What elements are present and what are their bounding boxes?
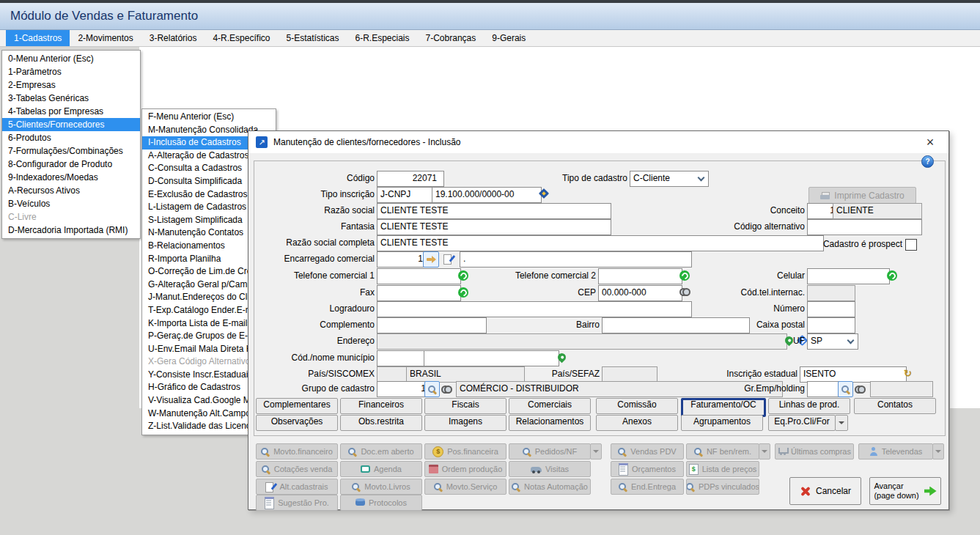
cancel-x-icon [800,486,811,497]
menu-item-formulacoes-combinacoes[interactable]: 7-Formulações/Combinações [2,144,140,158]
televendas-dropdown [932,443,944,460]
edit-note-icon [443,254,454,264]
menu-item-configurador-de-produto[interactable]: 8-Configurador de Produto [2,158,140,171]
tab-complementares[interactable]: Complementares [256,398,338,414]
menubar-item-r-especiais[interactable]: 6-R.Especiais [347,30,418,46]
grupo-cadastro-label: Grupo de cadastro [257,381,375,396]
uf-select[interactable]: SP [807,333,858,350]
database-icon [355,500,365,506]
menu-item-veiculos[interactable]: B-Veículos [2,197,140,210]
complemento-field[interactable] [377,317,487,333]
tab-relacionamentos[interactable]: Relacionamentos [509,415,591,431]
whatsapp-icon[interactable] [887,270,897,281]
edit-note-button[interactable] [441,251,456,266]
encarregado-code-field[interactable]: 1 [377,251,427,268]
razao-social-field[interactable]: CLIENTE TESTE [377,203,611,219]
tab-linhas-de-prod[interactable]: Linhas de prod. [768,398,850,414]
action-label: Visitas [545,465,569,473]
help-icon[interactable]: ? [921,155,934,168]
menu-item-menu-anterior[interactable]: 0-Menu Anterior (Esc) [2,52,140,65]
cnpj-field[interactable]: 19.100.000/0000-00 [432,187,542,203]
telefone2-field[interactable] [598,268,682,284]
movto-financeiro-button: Movto.financeiro [256,443,338,460]
chevron-down-icon [593,450,599,453]
tab-fiscais[interactable]: Fiscais [424,398,506,414]
logradouro-field[interactable] [377,301,692,317]
celular-field[interactable] [807,268,890,284]
menu-item-produtos[interactable]: 6-Produtos [2,131,140,144]
menubar-item-gerais[interactable]: 9-Gerais [484,30,534,46]
whatsapp-icon[interactable] [679,270,690,281]
menubar-item-r-especifico[interactable]: 4-R.Específico [205,30,278,46]
menu-item-indexadores-moedas[interactable]: 9-Indexadores/Moedas [2,171,140,184]
cancel-button[interactable]: Cancelar [789,477,861,505]
sync-icon[interactable]: ↻ [904,369,912,379]
grupo-code-field[interactable]: 1 [377,381,430,397]
vendas-pdv-button: Vendas PDV [611,443,684,460]
tab-obs-restrita[interactable]: Obs.restrita [340,415,422,431]
hand-pointer-button[interactable] [423,251,439,268]
close-icon[interactable]: × [919,132,941,152]
tab-imagens[interactable]: Imagens [424,415,506,431]
advance-button[interactable]: Avançar (page down) [869,477,941,505]
menu-item-tabelas-por-empresas[interactable]: 4-Tabelas por Empresas [2,105,140,118]
tab-contatos[interactable]: Contatos [854,398,936,414]
whatsapp-icon[interactable] [458,287,468,298]
agenda-button: Agenda [340,461,422,477]
menubar-item-cobrancas[interactable]: 7-Cobranças [418,30,485,46]
search-icon [261,447,270,456]
logradouro-label: Logradouro [257,301,375,316]
razao-completa-field[interactable]: CLIENTE TESTE [377,235,824,251]
razao-completa-label: Razão social completa [257,235,375,250]
tab-observacoes[interactable]: Observações [256,415,338,431]
lista-de-precos-button: $Lista de preços [686,461,759,477]
eq-pro-dropdown[interactable] [835,415,848,431]
dialog-title-bar: ↗ Manutenção de clientes/fornecedores - … [248,131,948,153]
codigo-field[interactable]: 22071 [377,171,444,187]
menu-item-mercadoria-importada[interactable]: D-Mercadoria Importada (RMI) [2,224,140,237]
menu-item-parametros[interactable]: 1-Parâmetros [2,65,140,78]
tab-eq-pro-cli-for[interactable]: Eq.Pro.Cli/For [768,415,836,431]
protocolos-button: Protocolos [340,495,422,511]
tab-agrupamentos[interactable]: Agrupamentos [681,415,763,431]
whatsapp-icon[interactable] [458,270,468,281]
menu-item-tabelas-genericas[interactable]: 3-Tabelas Genéricas [2,92,140,105]
advance-label-line1: Avançar [874,482,918,491]
tipo-cadastro-select[interactable]: C-Cliente [630,171,709,187]
fax-field[interactable] [377,285,461,301]
menubar-item-estatisticas[interactable]: 5-Estatísticas [278,30,347,46]
municipio-code-field[interactable] [377,350,430,366]
menubar-item-relatorios[interactable]: 3-Relatórios [141,30,205,46]
menu-item-empresas[interactable]: 2-Empresas [2,78,140,92]
fantasia-field[interactable]: CLIENTE TESTE [377,219,611,235]
menubar-item-movimentos[interactable]: 2-Movimentos [70,30,141,46]
tab-comerciais[interactable]: Comerciais [509,398,591,414]
inscricao-estadual-field[interactable]: ISENTO [800,366,907,383]
pos-financeira-button: $Pos.financeira [424,443,506,460]
menubar-item-cadastros[interactable]: 1-Cadastros [6,30,70,46]
nf-ben-rem-button: NF ben/rem. [686,443,759,460]
tab-financeiros[interactable]: Financeiros [340,398,422,414]
codigo-alternativo-field[interactable] [807,219,922,235]
menu-item-menu-anterior-f[interactable]: F-Menu Anterior (Esc) [142,111,276,124]
prospect-checkbox[interactable] [905,239,917,251]
grupo-binoculars-button[interactable] [440,381,454,396]
menu-item-clientes-fornecedores[interactable]: 5-Clientes/Fornecedores [2,118,140,131]
encarregado-name-field[interactable]: . [460,251,692,268]
caixa-postal-field[interactable] [807,317,855,333]
cep-field[interactable]: 00.000-000 [598,285,682,301]
gr-emp-search-button[interactable] [838,381,853,397]
municipio-name-field[interactable] [424,350,559,366]
menu-item-recursos-ativos[interactable]: A-Recursos Ativos [2,184,140,197]
movto-servico-button: Movto.Serviço [424,479,506,495]
end-entrega-button: End.Entrega [611,479,684,495]
tab-comissao[interactable]: Comissão [596,398,678,414]
grupo-search-button[interactable] [424,381,440,397]
notas-automacao-button: Notas Automação [509,479,591,495]
numero-field[interactable] [807,301,855,317]
application-window: Módulo de Vendas e Faturamento 1-Cadastr… [0,0,980,535]
gr-emp-binoculars-button[interactable] [853,381,867,396]
tab-anexos[interactable]: Anexos [596,415,678,431]
binoculars-icon[interactable] [679,288,690,295]
telefone1-field[interactable] [377,268,461,284]
